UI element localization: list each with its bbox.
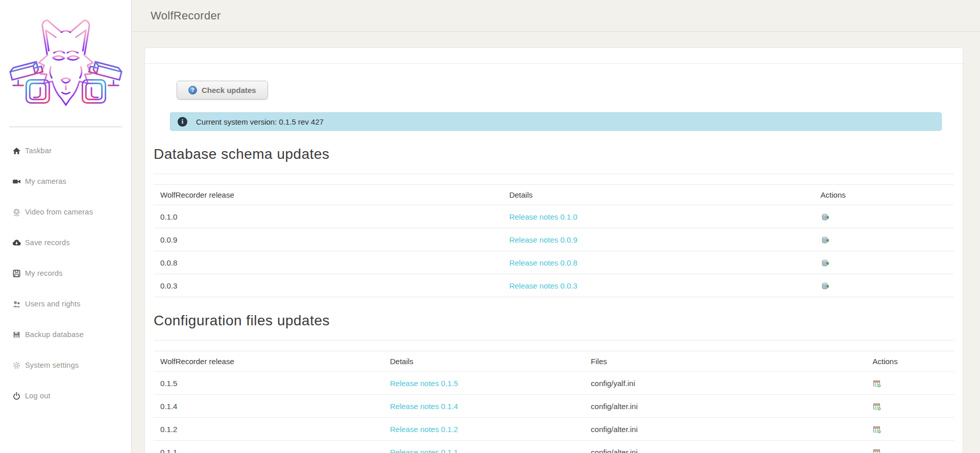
details-cell: Release notes 0.1.2: [383, 418, 584, 441]
details-cell: Release notes 0.0.3: [503, 274, 814, 297]
apply-update-link[interactable]: [873, 402, 881, 411]
database-apply-icon: [821, 213, 829, 221]
release-cell: 0.0.9: [154, 228, 503, 251]
files-cell: config/alter.ini: [584, 418, 866, 441]
sidebar: Taskbar My cameras Video from cameras Sa…: [0, 0, 132, 453]
details-cell: Release notes 0.0.9: [503, 228, 814, 251]
table-row: 0.1.4Release notes 0.1.4config/alter.ini: [154, 395, 954, 418]
help-icon: [188, 86, 197, 94]
apply-update-link[interactable]: [873, 448, 881, 453]
update-section: Configuration files updates WolfRecorder…: [154, 313, 954, 453]
table-header-row: WolfRecorder releaseDetailsActions: [154, 185, 954, 205]
sidebar-item-video-from-cameras[interactable]: Video from cameras: [0, 197, 131, 227]
section-title: Database schema updates: [154, 146, 954, 174]
content-card: Check updates i Current system version: …: [144, 47, 963, 453]
table-add-icon: [873, 448, 881, 453]
release-notes-link[interactable]: Release notes 0.0.9: [509, 235, 577, 244]
table-add-icon: [873, 402, 881, 411]
gear-icon: [12, 361, 21, 370]
actions-cell: [814, 274, 954, 297]
apply-update-link[interactable]: [873, 379, 881, 388]
table-row: 0.0.8Release notes 0.0.8: [154, 251, 954, 274]
sidebar-item-save-records[interactable]: Save records: [0, 227, 131, 258]
release-cell: 0.1.2: [154, 418, 383, 441]
main-area: Check updates i Current system version: …: [132, 32, 980, 453]
sidebar-item-label: Backup database: [25, 330, 84, 339]
release-cell: 0.0.3: [154, 274, 503, 297]
database-apply-icon: [821, 282, 829, 290]
apply-update-link[interactable]: [821, 259, 829, 267]
sidebar-item-label: Save records: [25, 239, 70, 247]
updates-table: WolfRecorder releaseDetailsFilesActions …: [154, 351, 954, 453]
info-icon: i: [178, 117, 187, 127]
apply-update-link[interactable]: [821, 282, 829, 290]
database-apply-icon: [821, 259, 829, 267]
cloud-download-icon: [12, 239, 21, 247]
users-icon: [12, 300, 21, 308]
release-notes-link[interactable]: Release notes 0.1.5: [390, 379, 458, 388]
details-cell: Release notes 0.1.5: [383, 372, 584, 395]
version-alert-text: Current system version: 0.1.5 rev 427: [196, 117, 324, 126]
check-updates-button[interactable]: Check updates: [177, 81, 268, 100]
check-updates-label: Check updates: [202, 86, 256, 94]
apply-update-link[interactable]: [873, 425, 881, 434]
sidebar-item-my-records[interactable]: My records: [0, 258, 131, 289]
sidebar-item-my-cameras[interactable]: My cameras: [0, 166, 131, 197]
actions-cell: [866, 441, 954, 453]
actions-cell: [814, 228, 954, 251]
wolfrecorder-logo: [8, 4, 124, 120]
release-cell: 0.1.0: [154, 205, 503, 228]
webcam-icon: [12, 208, 21, 217]
actions-cell: [814, 251, 954, 274]
files-cell: config/alter.ini: [584, 441, 866, 453]
files-cell: config/alter.ini: [584, 395, 866, 418]
apply-update-link[interactable]: [821, 213, 829, 221]
release-cell: 0.1.5: [154, 372, 383, 395]
release-notes-link[interactable]: Release notes 0.1.1: [390, 448, 458, 453]
sidebar-item-log-out[interactable]: Log out: [0, 380, 131, 411]
release-cell: 0.1.1: [154, 441, 383, 453]
column-header-wolfrecorder-release: WolfRecorder release: [154, 185, 503, 205]
sidebar-item-system-settings[interactable]: System settings: [0, 350, 131, 380]
details-cell: Release notes 0.0.8: [503, 251, 814, 274]
floppy-solid-icon: [12, 330, 21, 339]
actions-cell: [814, 205, 954, 228]
sidebar-item-backup-database[interactable]: Backup database: [0, 319, 131, 350]
database-apply-icon: [821, 236, 829, 244]
power-icon: [12, 392, 21, 400]
table-add-icon: [873, 379, 881, 388]
release-notes-link[interactable]: Release notes 0.0.3: [509, 281, 577, 290]
sidebar-item-label: Taskbar: [25, 147, 52, 155]
release-notes-link[interactable]: Release notes 0.1.4: [390, 402, 458, 411]
release-cell: 0.0.8: [154, 251, 503, 274]
sidebar-item-label: Users and rights: [25, 300, 81, 308]
section-title: Configuration files updates: [154, 313, 954, 341]
table-header-row: WolfRecorder releaseDetailsFilesActions: [154, 351, 954, 372]
release-notes-link[interactable]: Release notes 0.1.2: [390, 425, 458, 434]
sidebar-item-users-and-rights[interactable]: Users and rights: [0, 289, 131, 319]
version-alert: i Current system version: 0.1.5 rev 427: [170, 112, 942, 131]
sidebar-item-label: Log out: [25, 392, 51, 400]
table-row: 0.1.1Release notes 0.1.1config/alter.ini: [154, 441, 954, 453]
card-toolbar-strip: [145, 48, 963, 64]
top-header: WolfRecorder: [132, 0, 980, 32]
files-cell: config/yalf.ini: [584, 372, 866, 395]
actions-cell: [866, 372, 954, 395]
home-icon: [12, 147, 21, 155]
video-camera-icon: [12, 177, 21, 186]
table-row: 0.1.0Release notes 0.1.0: [154, 205, 954, 228]
sidebar-item-label: My cameras: [25, 177, 66, 185]
actions-cell: [866, 418, 954, 441]
details-cell: Release notes 0.1.1: [383, 441, 584, 453]
column-header-actions: Actions: [866, 351, 954, 372]
sidebar-item-label: My records: [25, 269, 63, 277]
floppy-outline-icon: [12, 269, 21, 278]
release-notes-link[interactable]: Release notes 0.1.0: [509, 212, 577, 221]
update-section: Database schema updates WolfRecorder rel…: [154, 146, 954, 297]
table-row: 0.0.3Release notes 0.0.3: [154, 274, 954, 297]
release-notes-link[interactable]: Release notes 0.0.8: [509, 258, 577, 267]
page-title: WolfRecorder: [151, 9, 221, 22]
sidebar-item-taskbar[interactable]: Taskbar: [0, 135, 131, 166]
apply-update-link[interactable]: [821, 236, 829, 244]
column-header-actions: Actions: [814, 185, 954, 205]
